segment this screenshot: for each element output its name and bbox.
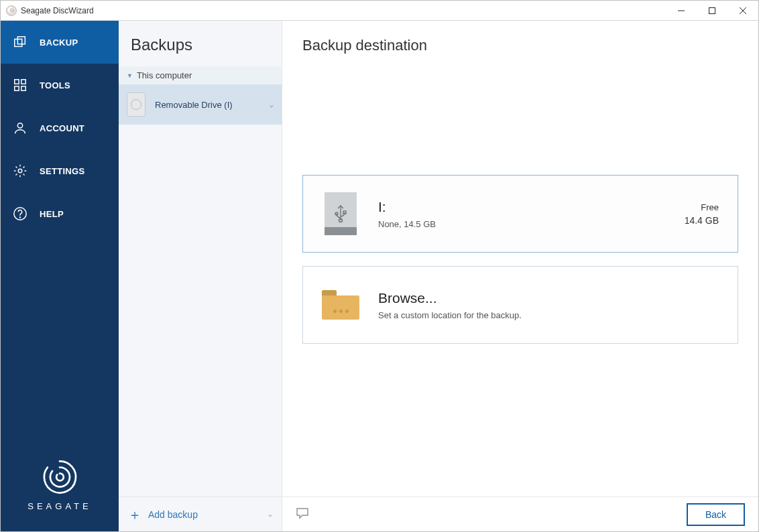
drive-title: I:	[378, 199, 666, 215]
disk-icon	[127, 92, 145, 117]
backup-icon	[13, 35, 27, 50]
destination-browse-card[interactable]: Browse... Set a custom location for the …	[302, 266, 738, 344]
chevron-down-icon[interactable]: ⌵	[270, 101, 274, 109]
add-backup-button[interactable]: ＋ Add backup ⌵	[119, 496, 282, 531]
nav-help[interactable]: HELP	[1, 192, 119, 235]
account-icon	[13, 121, 27, 135]
window-controls	[666, 1, 758, 20]
usb-drive-icon	[322, 192, 359, 236]
svg-point-11	[18, 169, 22, 173]
svg-rect-5	[17, 37, 25, 44]
chevron-down-icon: ▼	[127, 72, 133, 79]
backup-item-removable-drive[interactable]: Removable Drive (I) ⌵	[119, 84, 282, 125]
svg-rect-7	[21, 80, 25, 84]
browse-subtitle: Set a custom location for the backup.	[378, 310, 719, 320]
svg-rect-9	[21, 86, 25, 90]
free-value: 14.4 GB	[685, 215, 719, 226]
folder-icon	[322, 283, 359, 327]
tools-icon	[13, 78, 27, 92]
close-button[interactable]	[727, 1, 758, 20]
nav-label: SETTINGS	[40, 166, 84, 176]
svg-point-13	[20, 217, 21, 218]
window-title: Seagate DiscWizard	[21, 6, 666, 15]
nav-account[interactable]: ACCOUNT	[1, 107, 119, 149]
destination-drive-card[interactable]: I: None, 14.5 GB Free 14.4 GB	[302, 175, 738, 253]
svg-rect-8	[15, 86, 19, 90]
chevron-down-icon[interactable]: ⌵	[268, 511, 272, 518]
titlebar: ⊙ Seagate DiscWizard	[1, 1, 758, 21]
svg-rect-6	[15, 80, 19, 84]
drive-subtitle: None, 14.5 GB	[378, 219, 666, 229]
svg-rect-4	[15, 39, 22, 46]
gear-icon	[13, 163, 27, 178]
svg-point-10	[17, 123, 22, 128]
nav-backup[interactable]: BACKUP	[1, 21, 119, 64]
back-button[interactable]: Back	[687, 503, 745, 526]
plus-icon: ＋	[128, 508, 141, 521]
brand-text: SEAGATE	[1, 501, 119, 511]
nav-tools[interactable]: TOOLS	[1, 64, 119, 107]
svg-rect-1	[709, 7, 715, 13]
app-icon: ⊙	[6, 5, 17, 16]
backups-title: Backups	[119, 21, 282, 66]
help-icon	[13, 206, 27, 221]
maximize-button[interactable]	[697, 1, 727, 20]
brand-logo: SEAGATE	[1, 458, 119, 531]
nav-settings[interactable]: SETTINGS	[1, 149, 119, 192]
nav-label: BACKUP	[40, 38, 78, 48]
feedback-icon[interactable]	[296, 507, 309, 521]
main-footer: Back	[282, 496, 758, 531]
nav-label: TOOLS	[40, 80, 70, 90]
sidebar: BACKUP TOOLS ACCOUNT SETTINGS HELP	[1, 21, 119, 531]
nav-label: ACCOUNT	[40, 123, 84, 133]
page-title: Backup destination	[282, 21, 758, 54]
backups-group[interactable]: ▼ This computer	[119, 66, 282, 84]
backups-panel: Backups ▼ This computer Removable Drive …	[119, 21, 282, 531]
minimize-button[interactable]	[666, 1, 697, 20]
add-backup-label: Add backup	[148, 509, 261, 520]
backup-item-label: Removable Drive (I)	[155, 100, 260, 110]
main-content: Backup destination	[282, 21, 758, 531]
browse-title: Browse...	[378, 290, 719, 306]
free-label: Free	[685, 202, 719, 212]
nav-label: HELP	[40, 209, 64, 219]
group-label: This computer	[137, 70, 192, 80]
